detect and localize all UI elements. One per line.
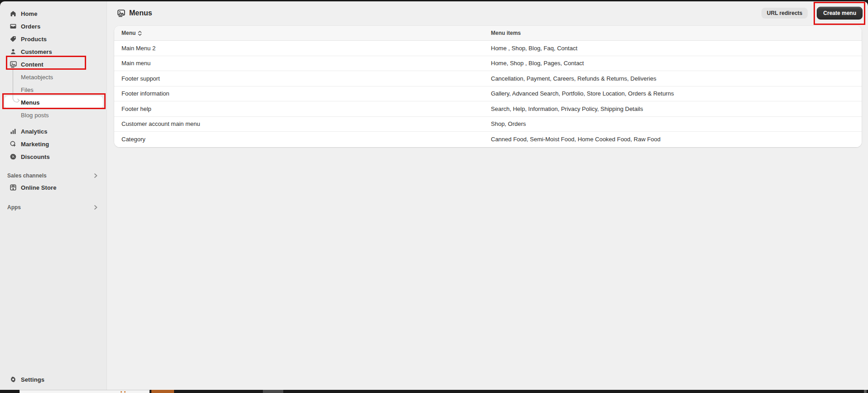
sort-icon — [138, 31, 142, 36]
url-redirects-button[interactable]: URL redirects — [761, 8, 808, 19]
store-icon — [9, 183, 17, 192]
menu-items-cell: Canned Food, Semi-Moist Food, Home Cooke… — [484, 136, 862, 143]
table-row[interactable]: Customer account main menu Shop, Orders — [114, 117, 862, 132]
create-menu-button[interactable]: Create menu — [817, 7, 863, 19]
sidebar-item-orders[interactable]: Orders — [5, 20, 103, 33]
table-row[interactable]: Footer help Search, Help, Information, P… — [114, 101, 862, 117]
gear-icon — [9, 375, 17, 383]
sidebar-item-label: Products — [21, 36, 47, 43]
sidebar-item-label: Discounts — [21, 153, 50, 160]
main-content: Menus URL redirects Create menu Menu Men… — [107, 1, 868, 390]
sidebar-item-label: Home — [21, 10, 38, 17]
customers-icon — [9, 48, 17, 56]
chevron-right-icon[interactable] — [92, 172, 99, 179]
menu-items-cell: Gallery, Advanced Search, Portfolio, Sto… — [484, 90, 862, 97]
table-row[interactable]: Category Canned Food, Semi-Moist Food, H… — [114, 132, 862, 147]
sidebar-item-label: Customers — [21, 48, 52, 55]
home-icon — [9, 10, 17, 18]
menu-name-link[interactable]: Footer support — [114, 75, 484, 82]
products-icon — [9, 35, 17, 43]
menu-items-cell: Search, Help, Information, Privacy Polic… — [484, 105, 862, 112]
sidebar-item-label: Content — [21, 61, 44, 68]
column-header-menu-items: Menu items — [484, 30, 862, 36]
menu-name-link[interactable]: Category — [114, 136, 484, 143]
sidebar-item-label: Blog posts — [21, 112, 49, 119]
page-header: Menus URL redirects Create menu — [107, 1, 868, 24]
taskbar-dot-icon — [121, 391, 122, 393]
sidebar-item-label: Settings — [21, 376, 44, 383]
menu-name-link[interactable]: Customer account main menu — [114, 120, 484, 127]
menu-items-cell: Home, Shop , Blog, Pages, Contact — [484, 60, 862, 67]
taskbar[interactable] — [0, 390, 868, 393]
discounts-icon — [9, 153, 17, 161]
apps-label: Apps — [7, 204, 21, 211]
table-row[interactable]: Footer information Gallery, Advanced Sea… — [114, 86, 862, 102]
sidebar-item-settings[interactable]: Settings — [5, 373, 103, 386]
menus-table-card: Menu Menu items Main Menu 2 Home , Shop,… — [114, 26, 862, 147]
table-row[interactable]: Footer support Cancellation, Payment, Ca… — [114, 71, 862, 86]
taskbar-segment-orange[interactable] — [151, 390, 174, 393]
menu-name-link[interactable]: Main menu — [114, 60, 484, 67]
taskbar-segment-gray[interactable] — [263, 390, 283, 393]
taskbar-segment-right[interactable] — [864, 390, 867, 393]
sidebar-item-label: Analytics — [21, 128, 48, 135]
sidebar-item-marketing[interactable]: Marketing — [5, 138, 103, 150]
menu-name-link[interactable]: Main Menu 2 — [114, 45, 484, 52]
analytics-icon — [9, 127, 17, 135]
sidebar: Home Orders Products Customers — [0, 1, 107, 390]
sidebar-item-label: Online Store — [21, 184, 57, 191]
sidebar-item-label: Orders — [21, 23, 40, 30]
page-title: Menus — [117, 9, 152, 18]
page-title-text: Menus — [129, 9, 152, 17]
menu-name-link[interactable]: Footer information — [114, 90, 484, 97]
chevron-right-icon[interactable] — [92, 204, 99, 211]
table-header-row: Menu Menu items — [114, 26, 862, 41]
column-header-menu[interactable]: Menu — [114, 30, 484, 36]
sidebar-item-metaobjects[interactable]: Metaobjects — [5, 71, 103, 83]
content-icon — [9, 60, 17, 68]
orders-icon — [9, 22, 17, 30]
taskbar-segment-light[interactable] — [19, 390, 150, 393]
sidebar-item-home[interactable]: Home — [5, 7, 103, 20]
menu-items-cell: Home , Shop, Blog, Faq, Contact — [484, 45, 862, 52]
sidebar-item-label: Menus — [21, 99, 40, 106]
sales-channels-label: Sales channels — [7, 173, 47, 179]
table-row[interactable]: Main Menu 2 Home , Shop, Blog, Faq, Cont… — [114, 41, 862, 56]
sidebar-item-label: Marketing — [21, 141, 49, 148]
marketing-icon — [9, 140, 17, 148]
table-row[interactable]: Main menu Home, Shop , Blog, Pages, Cont… — [114, 56, 862, 72]
sidebar-item-files[interactable]: Files — [5, 83, 103, 96]
apps-section-header: Apps — [7, 202, 99, 213]
sidebar-item-online-store[interactable]: Online Store — [5, 181, 103, 194]
sidebar-item-products[interactable]: Products — [5, 33, 103, 45]
sidebar-item-customers[interactable]: Customers — [5, 45, 103, 58]
sales-channels-section-header: Sales channels — [7, 170, 99, 181]
menus-page-icon — [117, 9, 126, 18]
taskbar-dot-icon — [124, 391, 126, 393]
sidebar-item-label: Files — [21, 86, 34, 93]
menu-items-cell: Shop, Orders — [484, 120, 862, 127]
sidebar-item-content[interactable]: Content — [5, 58, 103, 71]
sidebar-item-label: Metaobjects — [21, 74, 53, 81]
sidebar-item-analytics[interactable]: Analytics — [5, 125, 103, 138]
sidebar-item-menus[interactable]: Menus — [5, 96, 103, 109]
menu-items-cell: Cancellation, Payment, Careers, Refunds … — [484, 75, 862, 82]
menu-name-link[interactable]: Footer help — [114, 105, 484, 112]
sidebar-item-blog-posts[interactable]: Blog posts — [5, 109, 103, 121]
shopify-admin-window: Home Orders Products Customers — [0, 1, 868, 390]
sidebar-item-discounts[interactable]: Discounts — [5, 150, 103, 163]
